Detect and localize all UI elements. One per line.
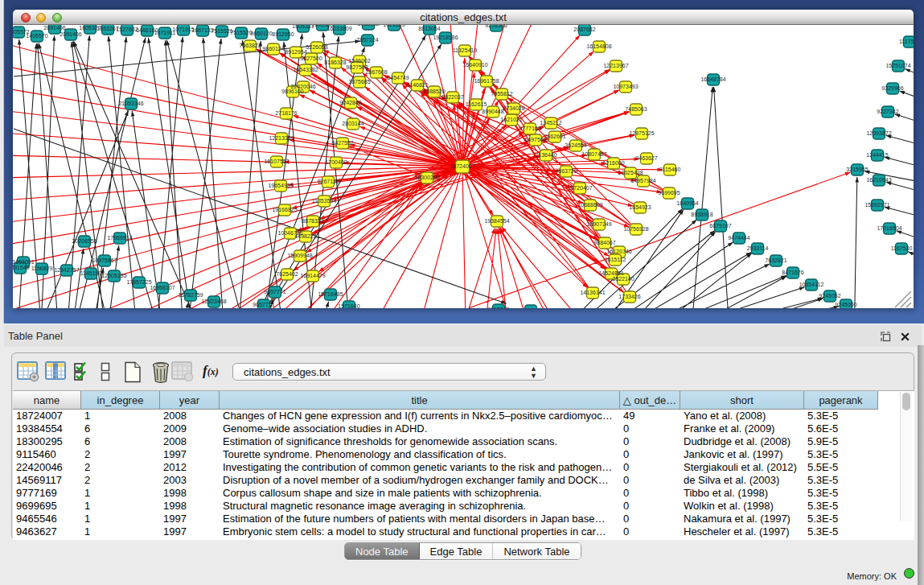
svg-text:2867608: 2867608 — [365, 69, 387, 75]
svg-text:17957225: 17957225 — [126, 279, 151, 285]
svg-text:8813054: 8813054 — [418, 26, 440, 31]
svg-text:12505135: 12505135 — [101, 273, 126, 278]
svg-text:7955812: 7955812 — [491, 91, 512, 97]
svg-text:1654923: 1654923 — [629, 204, 651, 210]
svg-text:7462601: 7462601 — [544, 134, 565, 139]
svg-text:9146821: 9146821 — [406, 82, 428, 88]
svg-text:10025438: 10025438 — [618, 170, 643, 175]
svg-text:16033809: 16033809 — [326, 26, 351, 31]
svg-text:12923468: 12923468 — [201, 299, 226, 304]
svg-text:1546002: 1546002 — [348, 58, 370, 64]
svg-text:7632821: 7632821 — [765, 257, 786, 263]
svg-text:10973493: 10973493 — [613, 84, 638, 89]
svg-text:15909948: 15909948 — [287, 253, 312, 258]
svg-text:4498222: 4498222 — [294, 233, 316, 239]
svg-text:8427552: 8427552 — [331, 140, 353, 146]
svg-text:21053346: 21053346 — [118, 101, 143, 106]
svg-text:9896100: 9896100 — [281, 89, 303, 94]
svg-text:2933114: 2933114 — [747, 245, 769, 251]
svg-text:16640910: 16640910 — [462, 62, 487, 68]
svg-text:18907249: 18907249 — [586, 221, 611, 227]
svg-text:1571640: 1571640 — [338, 303, 359, 308]
svg-text:16648784: 16648784 — [700, 76, 725, 82]
svg-text:1405570: 1405570 — [26, 33, 47, 39]
svg-text:1167530: 1167530 — [891, 245, 913, 251]
svg-text:1640954: 1640954 — [676, 200, 698, 206]
svg-text:10975867: 10975867 — [92, 257, 117, 263]
svg-text:9777169: 9777169 — [519, 126, 540, 131]
svg-text:9218506: 9218506 — [485, 25, 507, 28]
svg-text:1156829: 1156829 — [31, 266, 53, 271]
svg-text:9660124: 9660124 — [262, 46, 284, 51]
svg-text:10688609: 10688609 — [577, 202, 602, 208]
svg-text:2522140: 2522140 — [612, 276, 634, 282]
svg-text:16210643: 16210643 — [866, 177, 891, 183]
svg-text:6734028: 6734028 — [503, 105, 524, 111]
svg-text:14957984: 14957984 — [630, 178, 655, 183]
svg-text:1527602: 1527602 — [116, 27, 138, 32]
svg-text:1162615: 1162615 — [466, 101, 487, 107]
svg-text:1733426: 1733426 — [618, 294, 640, 299]
svg-text:12093872: 12093872 — [866, 130, 891, 136]
svg-text:14136141: 14136141 — [580, 290, 605, 295]
svg-text:9827500: 9827500 — [300, 56, 322, 61]
svg-text:7515520: 7515520 — [230, 30, 252, 35]
svg-text:8878332: 8878332 — [302, 218, 323, 224]
svg-text:16961758: 16961758 — [474, 78, 499, 84]
svg-text:10654112: 10654112 — [799, 282, 824, 287]
svg-text:8267110: 8267110 — [318, 179, 339, 184]
svg-text:9463627: 9463627 — [635, 155, 657, 161]
svg-text:19654985: 19654985 — [268, 183, 293, 188]
svg-text:8186328: 8186328 — [324, 60, 346, 65]
svg-text:1145190: 1145190 — [80, 270, 102, 276]
svg-text:16120746: 16120746 — [606, 249, 631, 254]
svg-text:1615112: 1615112 — [605, 257, 626, 262]
svg-text:19166825: 19166825 — [272, 207, 297, 212]
svg-text:9660120: 9660120 — [250, 31, 272, 36]
svg-text:9227342: 9227342 — [877, 109, 898, 114]
svg-text:8912954: 8912954 — [285, 49, 306, 55]
svg-text:18300295: 18300295 — [414, 175, 439, 180]
svg-text:391540: 391540 — [13, 265, 30, 270]
svg-text:3624554: 3624554 — [565, 142, 586, 148]
svg-text:16958107: 16958107 — [150, 285, 175, 290]
svg-text:15720407: 15720407 — [567, 185, 592, 191]
svg-text:3215955: 3215955 — [846, 167, 868, 172]
svg-text:1021853: 1021853 — [383, 25, 405, 27]
svg-text:1653001: 1653001 — [13, 259, 35, 265]
svg-text:5226058: 5226058 — [306, 44, 327, 50]
svg-text:9657771: 9657771 — [264, 289, 285, 295]
svg-text:9329966: 9329966 — [881, 85, 903, 91]
svg-text:9699695: 9699695 — [658, 190, 680, 196]
svg-text:12942757: 12942757 — [54, 267, 79, 273]
svg-text:17016504: 17016504 — [877, 225, 901, 231]
svg-text:8912950: 8912950 — [272, 31, 294, 37]
svg-text:2803144: 2803144 — [342, 121, 363, 126]
svg-text:1292340: 1292340 — [487, 307, 509, 308]
svg-text:2691406: 2691406 — [43, 25, 65, 31]
svg-text:9245052: 9245052 — [819, 293, 840, 299]
svg-text:20206556: 20206556 — [72, 238, 97, 244]
svg-text:16107552: 16107552 — [264, 159, 289, 164]
svg-text:11353594: 11353594 — [312, 198, 337, 204]
svg-text:15692971: 15692971 — [864, 202, 889, 208]
svg-text:16154808: 16154808 — [586, 43, 611, 49]
svg-text:18724007: 18724007 — [450, 163, 474, 169]
svg-text:1621022: 1621022 — [500, 117, 522, 122]
svg-text:10756928: 10756928 — [623, 226, 648, 232]
svg-text:7485063: 7485063 — [625, 106, 647, 112]
svg-text:2136440: 2136440 — [535, 152, 556, 158]
svg-text:12213389: 12213389 — [269, 135, 294, 141]
svg-text:7663822: 7663822 — [239, 43, 261, 48]
svg-text:9474444: 9474444 — [728, 235, 749, 241]
svg-text:16543382: 16543382 — [293, 67, 318, 72]
svg-text:3875685: 3875685 — [348, 79, 370, 84]
svg-text:15751074: 15751074 — [885, 63, 910, 68]
svg-text:8822037: 8822037 — [441, 94, 463, 100]
svg-text:9115460: 9115460 — [659, 167, 681, 172]
svg-text:19384554: 19384554 — [484, 218, 509, 224]
svg-text:12975125: 12975125 — [629, 130, 654, 136]
svg-text:16914479: 16914479 — [300, 273, 325, 278]
svg-text:15716485: 15716485 — [318, 291, 343, 297]
svg-text:9245050: 9245050 — [835, 302, 856, 307]
